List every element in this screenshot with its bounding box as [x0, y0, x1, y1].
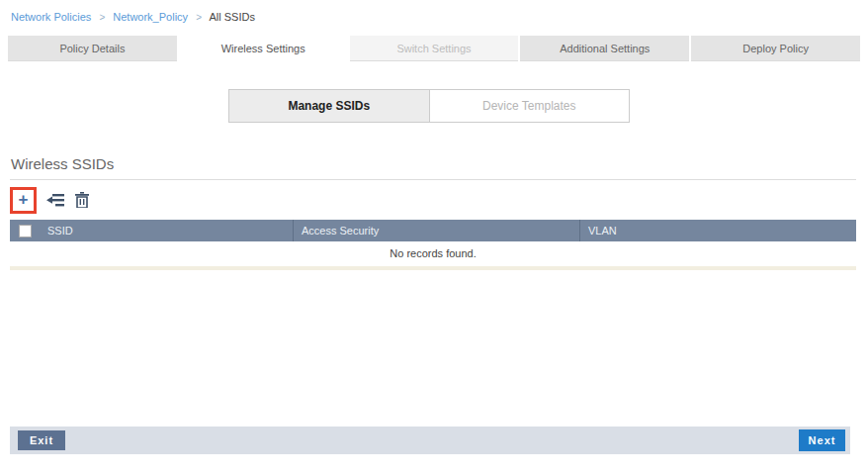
breadcrumb-separator: > [99, 12, 105, 23]
ssid-table: SSID Access Security VLAN No records fou… [10, 220, 856, 270]
add-ssid-button[interactable]: + [13, 190, 34, 211]
bottom-action-bar: Exit Next [10, 427, 850, 454]
page-title: Wireless SSIDs [11, 155, 114, 172]
breadcrumb-separator: > [196, 12, 202, 23]
breadcrumb-all-ssids: All SSIDs [209, 11, 254, 23]
list-select-icon [46, 193, 65, 207]
breadcrumb: Network Policies > Network_Policy > All … [11, 11, 255, 23]
table-header-row: SSID Access Security VLAN [10, 220, 856, 241]
annotation-highlight: + [10, 187, 37, 214]
policy-tab-bar: Policy Details Wireless Settings Switch … [8, 36, 860, 61]
tab-additional-settings[interactable]: Additional Settings [520, 36, 689, 61]
select-existing-ssid-button[interactable] [46, 193, 65, 207]
tab-wireless-settings[interactable]: Wireless Settings [179, 36, 348, 61]
exit-button[interactable]: Exit [18, 430, 65, 450]
trash-icon [75, 192, 89, 208]
next-button[interactable]: Next [799, 429, 845, 451]
column-header-ssid[interactable]: SSID [40, 220, 293, 241]
plus-icon: + [19, 191, 29, 208]
section-divider [10, 179, 856, 180]
subtab-manage-ssids[interactable]: Manage SSIDs [229, 90, 430, 122]
delete-ssid-button[interactable] [75, 192, 89, 208]
breadcrumb-network-policy[interactable]: Network_Policy [113, 11, 188, 23]
column-header-access-security[interactable]: Access Security [293, 220, 579, 241]
tab-switch-settings[interactable]: Switch Settings [350, 36, 519, 61]
tab-deploy-policy[interactable]: Deploy Policy [691, 36, 860, 61]
ssid-toolbar: + [10, 186, 89, 214]
tab-policy-details[interactable]: Policy Details [8, 36, 177, 61]
column-header-vlan[interactable]: VLAN [579, 220, 856, 241]
wireless-subtab-group: Manage SSIDs Device Templates [228, 89, 630, 123]
breadcrumb-network-policies[interactable]: Network Policies [11, 11, 91, 23]
table-footer-divider [10, 266, 856, 270]
select-all-checkbox[interactable] [19, 225, 32, 238]
subtab-device-templates[interactable]: Device Templates [430, 90, 630, 122]
select-all-cell [10, 220, 40, 241]
empty-table-message: No records found. [10, 241, 856, 265]
wireless-settings-page: Network Policies > Network_Policy > All … [0, 0, 868, 475]
